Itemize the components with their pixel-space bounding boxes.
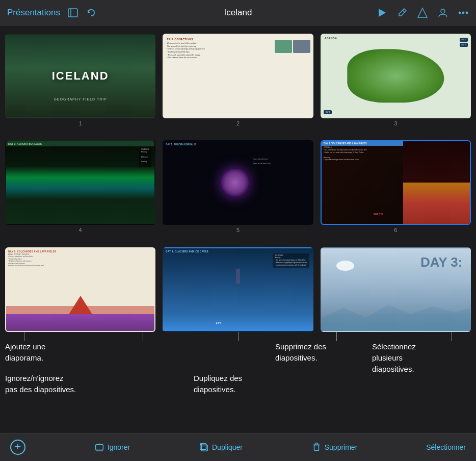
duplicate-slide-button[interactable]: Dupliquer (199, 442, 243, 452)
svg-rect-12 (201, 445, 207, 451)
shapes-button[interactable] (417, 7, 428, 18)
select-label: Sélectionner (426, 443, 466, 451)
slides-grid: 1 TRIP OBJECTIVES Welcome to the land of… (0, 25, 476, 352)
undo-button[interactable] (86, 7, 97, 18)
slide-number-1: 1 (79, 120, 82, 126)
tooltip-duplicate-text: Dupliquez desdiapositives. (194, 373, 242, 395)
tooltip-select-text: Sélectionnezplusieursdiapositives. (372, 341, 416, 374)
slide-item-2[interactable]: TRIP OBJECTIVES Welcome to the land of f… (163, 34, 313, 133)
slide-thumb-8[interactable]: DAY 3: GLACIERS AND ICE CAVES SCHEDULEMo… (163, 247, 313, 332)
ignore-slide-button[interactable]: Ignorer (94, 442, 130, 452)
slide-number-6: 6 (394, 227, 397, 233)
more-button[interactable] (458, 7, 469, 18)
tooltip-duplicate: Dupliquez desdiapositives. (194, 373, 242, 395)
slide-number-2: 2 (236, 120, 240, 126)
svg-point-5 (441, 9, 445, 13)
slide-item-3[interactable]: AGENDA DAY 1 DAY 2 DAY 3 3 (321, 34, 471, 133)
svg-rect-0 (68, 9, 77, 17)
tooltip-add: Ajoutez unediaporama. (5, 341, 45, 364)
top-bar-left: Présentations (7, 7, 97, 18)
svg-line-3 (403, 10, 405, 12)
tooltip-delete-text: Supprimez desdiapositives. (275, 341, 326, 364)
delete-icon (311, 442, 322, 452)
slide-thumb-1[interactable] (5, 34, 155, 118)
delete-label: Supprimer (325, 443, 358, 451)
pen-button[interactable] (396, 7, 408, 18)
svg-marker-4 (418, 8, 427, 17)
svg-point-6 (459, 12, 461, 13)
slide-thumb-9[interactable]: DAY 3: (321, 247, 471, 332)
duplicate-label: Dupliquer (212, 443, 243, 451)
top-bar: Présentations Iceland (0, 0, 476, 25)
duplicate-icon (199, 442, 209, 452)
tooltip-select: Sélectionnezplusieursdiapositives. (372, 341, 416, 374)
svg-marker-2 (379, 9, 386, 17)
back-button[interactable]: Présentations (7, 8, 60, 18)
slide-thumb-2[interactable]: TRIP OBJECTIVES Welcome to the land of f… (163, 34, 313, 118)
slide-thumb-6[interactable]: DAY 2: VOLCANOES AND LAVA FIELDS SCHEDUL… (321, 140, 471, 225)
tooltip-add-text: Ajoutez unediaporama. (5, 341, 45, 364)
slide-item-6[interactable]: DAY 2: VOLCANOES AND LAVA FIELDS SCHEDUL… (321, 140, 471, 240)
slide-number-4: 4 (79, 227, 82, 233)
delete-slide-button[interactable]: Supprimer (311, 442, 358, 452)
tooltip-area: Ajoutez unediaporama. Ignorez/n'ignorezp… (0, 332, 476, 433)
tooltip-ignore-text: Ignorez/n'ignorezpas des diapositives. (5, 373, 76, 395)
document-title: Iceland (224, 8, 252, 18)
pen-icon (396, 7, 408, 18)
tooltip-ignore: Ignorez/n'ignorezpas des diapositives. (5, 373, 76, 395)
svg-rect-9 (96, 445, 103, 450)
svg-rect-14 (314, 445, 319, 450)
panel-toggle-button[interactable] (67, 7, 78, 18)
user-button[interactable] (437, 7, 448, 18)
svg-point-8 (466, 12, 468, 13)
undo-icon (86, 7, 97, 18)
slide-item-5[interactable]: DAY 1: AURORA BOREALIS How is aurora for… (163, 140, 313, 240)
slide-number-3: 3 (394, 120, 397, 126)
svg-point-7 (463, 12, 464, 13)
user-icon (437, 7, 448, 18)
add-slide-button[interactable]: + (10, 440, 25, 455)
slide-thumb-4[interactable]: DAY 1: AURORA BOREALIS SCHEDULEMorning:.… (5, 140, 155, 225)
ignore-icon (94, 442, 104, 452)
more-icon (458, 7, 469, 18)
slide-thumb-7[interactable]: DAY 2: VOLCANOES AND LAVA FIELDS AREAS O… (5, 247, 155, 332)
panel-icon (67, 7, 78, 18)
slide-number-5: 5 (236, 227, 240, 233)
slide-item-4[interactable]: DAY 1: AURORA BOREALIS SCHEDULEMorning:.… (5, 140, 155, 240)
add-slide-icon: + (10, 440, 25, 455)
select-slides-button[interactable]: Sélectionner (426, 443, 466, 451)
tooltip-delete: Supprimez desdiapositives. (275, 341, 326, 364)
slide-item-1[interactable]: 1 (5, 34, 155, 133)
slide-thumb-3[interactable]: AGENDA DAY 1 DAY 2 DAY 3 (321, 34, 471, 118)
play-button[interactable] (376, 7, 387, 18)
ignore-label: Ignorer (108, 443, 130, 451)
play-icon (376, 7, 387, 18)
slide-thumb-5[interactable]: DAY 1: AURORA BOREALIS How is aurora for… (163, 140, 313, 225)
bottom-toolbar: + Ignorer Dupliquer Supprimer Sélectionn… (0, 433, 476, 461)
top-bar-right (376, 7, 469, 18)
shape-icon (417, 7, 428, 18)
